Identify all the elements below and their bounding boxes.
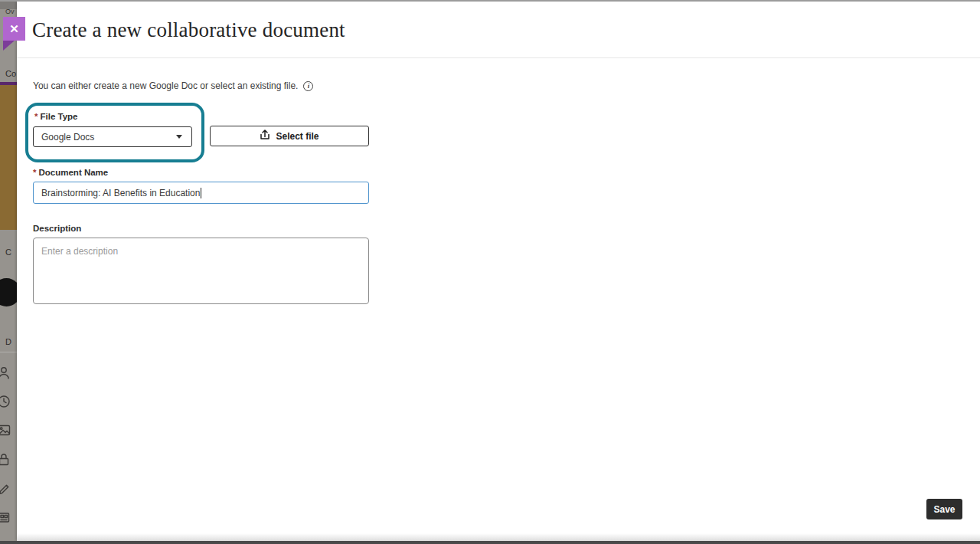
footer-gradient	[17, 533, 980, 541]
document-name-label: *Document Name	[33, 168, 108, 177]
document-name-input[interactable]: Brainstorming: AI Benefits in Education	[33, 182, 369, 204]
document-name-value: Brainstorming: AI Benefits in Education	[41, 188, 200, 198]
screen: Ov Co C D	[0, 0, 980, 544]
close-button[interactable]: ✕	[3, 17, 25, 41]
required-mark: *	[33, 168, 36, 177]
select-file-button[interactable]: Select file	[210, 126, 369, 146]
file-type-label: *File Type	[34, 112, 77, 121]
sidebar-clipped-text-d: D	[5, 337, 11, 346]
page-title: Create a new collaborative document	[32, 18, 345, 42]
sidebar-divider	[0, 352, 17, 352]
image-icon[interactable]	[0, 423, 17, 438]
info-icon[interactable]: i	[303, 81, 313, 91]
help-text: You can either create a new Google Doc o…	[33, 80, 298, 91]
pencil-icon[interactable]	[0, 482, 17, 497]
sidebar-clipped-text-c: C	[5, 247, 11, 257]
upload-icon	[260, 129, 270, 143]
create-document-modal: Create a new collaborative document You …	[17, 2, 980, 541]
chevron-down-icon	[176, 135, 182, 139]
description-textarea[interactable]	[33, 238, 369, 304]
sidebar-image-block	[0, 85, 17, 230]
file-type-selected-value: Google Docs	[41, 132, 176, 143]
sidebar-clipped-text-top: Ov	[5, 8, 15, 15]
title-divider	[17, 57, 980, 58]
description-label: Description	[33, 224, 81, 233]
close-button-fold	[3, 41, 15, 51]
background-sidebar: Ov Co C D	[0, 0, 17, 544]
help-row: You can either create a new Google Doc o…	[33, 80, 313, 91]
avatar[interactable]	[0, 278, 17, 306]
text-cursor	[201, 188, 201, 198]
person-icon[interactable]	[0, 365, 17, 381]
bottom-border	[0, 541, 980, 544]
board-icon[interactable]	[0, 510, 17, 526]
top-border	[0, 0, 980, 2]
clock-icon[interactable]	[0, 394, 17, 409]
save-button[interactable]: Save	[926, 499, 962, 519]
required-mark: *	[34, 112, 38, 121]
file-type-dropdown[interactable]: Google Docs	[33, 126, 192, 147]
lock-icon[interactable]	[0, 452, 17, 467]
close-icon: ✕	[9, 22, 19, 35]
select-file-label: Select file	[276, 131, 318, 142]
sidebar-clipped-tab[interactable]: Co	[5, 69, 16, 78]
